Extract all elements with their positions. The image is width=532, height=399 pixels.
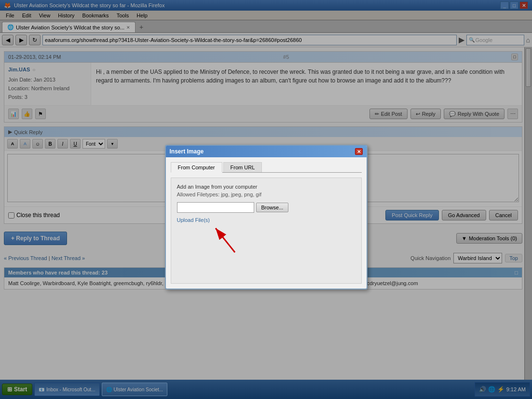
upload-link[interactable]: Upload File(s) — [177, 217, 210, 223]
modal-tabs: From Computer From URL — [171, 162, 362, 173]
browse-button[interactable]: Browse... — [256, 203, 289, 212]
modal-content: Add an Image from your computer Allowed … — [171, 178, 362, 284]
arrow-svg — [206, 219, 245, 257]
modal-close-button[interactable]: ✕ — [355, 148, 363, 155]
modal-overlay: Insert Image ✕ From Computer From URL Ad… — [0, 0, 532, 399]
modal-title: Insert Image — [170, 148, 204, 155]
tab-from-computer[interactable]: From Computer — [171, 162, 222, 173]
arrow-annotation — [177, 228, 355, 267]
modal-body: From Computer From URL Add an Image from… — [166, 157, 367, 289]
file-input-row: Browse... — [177, 202, 355, 213]
insert-image-modal: Insert Image ✕ From Computer From URL Ad… — [165, 145, 368, 289]
svg-line-1 — [216, 228, 235, 252]
modal-desc: Add an Image from your computer — [177, 184, 355, 190]
tab-from-url[interactable]: From URL — [223, 162, 262, 172]
modal-title-bar: Insert Image ✕ — [166, 146, 367, 157]
modal-allowed: Allowed Filetypes: jpg, jpeg, png, gif — [177, 192, 355, 197]
browser-window: 🦊 Ulster Aviation Society's Wildcat the … — [0, 0, 532, 399]
file-path-input[interactable] — [177, 202, 254, 213]
